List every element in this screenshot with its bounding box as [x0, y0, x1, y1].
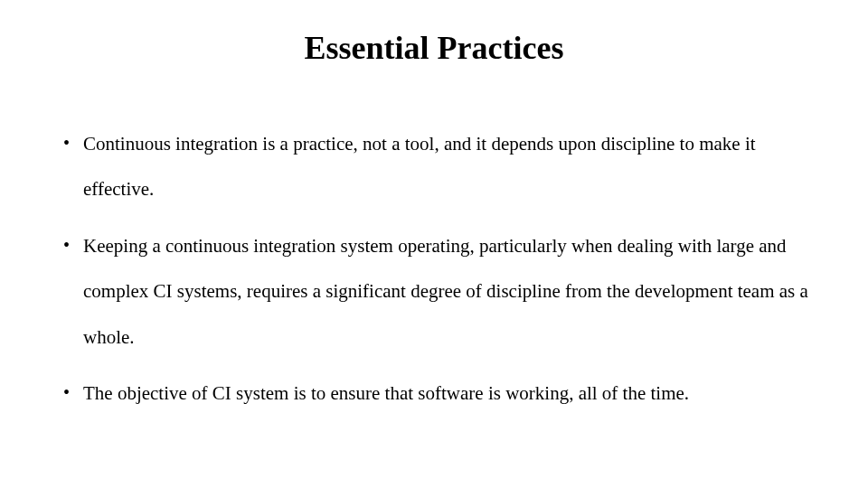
slide: Essential Practices Continuous integrati…: [0, 0, 868, 488]
bullet-list: Continuous integration is a practice, no…: [54, 121, 814, 416]
list-item: Continuous integration is a practice, no…: [58, 121, 814, 212]
list-item: The objective of CI system is to ensure …: [58, 371, 814, 416]
list-item: Keeping a continuous integration system …: [58, 223, 814, 360]
slide-title: Essential Practices: [54, 29, 814, 67]
